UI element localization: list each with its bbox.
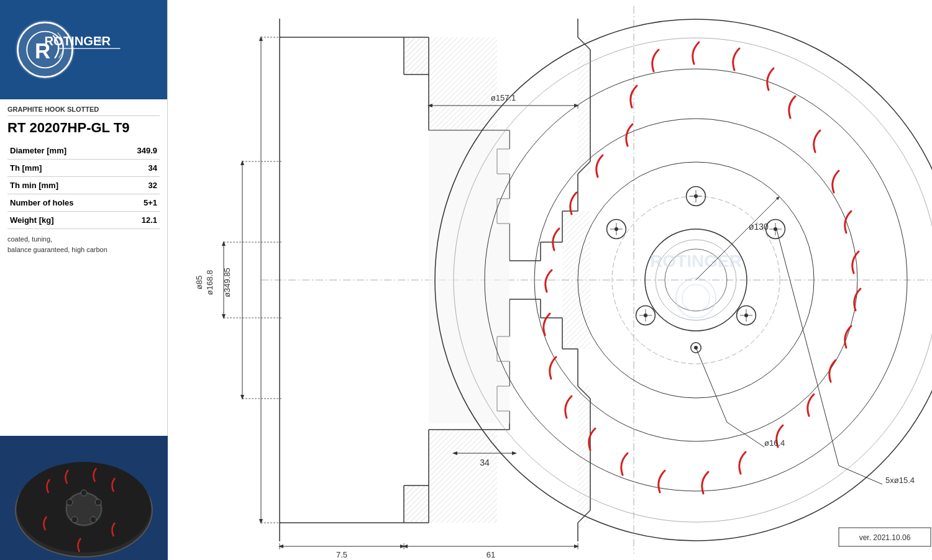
spec-label-thmin: Th min [mm] <box>7 177 91 194</box>
svg-point-15 <box>66 499 73 505</box>
svg-point-16 <box>71 517 78 523</box>
spec-label-weight: Weight [kg] <box>7 212 91 229</box>
svg-rect-78 <box>404 485 429 523</box>
product-type: GRAPHITE HOOK SLOTTED <box>7 106 160 116</box>
svg-text:ø130: ø130 <box>749 222 769 232</box>
svg-text:ø16.4: ø16.4 <box>764 438 785 448</box>
svg-text:®: ® <box>98 37 103 44</box>
disc-photo <box>0 436 168 560</box>
spec-label-diameter: Diameter [mm] <box>7 142 91 160</box>
product-name: RT 20207HP-GL T9 <box>7 120 160 136</box>
specs-table: Diameter [mm] 349.9 Th [mm] 34 Th min [m… <box>7 142 160 229</box>
svg-rect-73 <box>562 211 590 349</box>
spec-label-holes: Number of holes <box>7 194 91 212</box>
svg-text:ROTINGER: ROTINGER <box>650 251 742 271</box>
spec-row-diameter: Diameter [mm] 349.9 <box>7 142 160 160</box>
svg-text:ø168.8: ø168.8 <box>205 270 214 295</box>
specs-area: GRAPHITE HOOK SLOTTED RT 20207HP-GL T9 D… <box>0 99 167 436</box>
spec-value-th: 34 <box>91 160 160 177</box>
svg-text:7.5: 7.5 <box>336 550 347 559</box>
spec-value-thmin: 32 <box>91 177 160 194</box>
svg-rect-74 <box>578 37 590 174</box>
spec-value-holes: 5+1 <box>91 194 160 212</box>
svg-rect-77 <box>404 37 429 75</box>
spec-value-diameter: 349.9 <box>91 142 160 160</box>
spec-row-holes: Number of holes 5+1 <box>7 194 160 212</box>
svg-text:34: 34 <box>480 458 490 467</box>
technical-drawing: ø349.85 ø168.8 ø85 ø157.1 34 7.5 61 <box>168 0 932 560</box>
svg-rect-76 <box>429 130 509 423</box>
spec-row-th: Th [mm] 34 <box>7 160 160 177</box>
svg-point-14 <box>95 499 101 505</box>
spec-value-weight: 12.1 <box>91 212 160 229</box>
svg-text:61: 61 <box>487 550 495 559</box>
logo-area: R ROTINGER ® <box>0 0 167 99</box>
spec-label-th: Th [mm] <box>7 160 91 177</box>
svg-point-13 <box>81 490 87 496</box>
svg-text:ver. 2021.10.06: ver. 2021.10.06 <box>859 533 911 542</box>
spec-row-weight: Weight [kg] 12.1 <box>7 212 160 229</box>
specs-note: coated, tuning,balance guaranteed, high … <box>7 234 160 255</box>
svg-text:5xø15.4: 5xø15.4 <box>885 476 915 485</box>
svg-rect-75 <box>578 386 590 523</box>
svg-point-17 <box>90 517 96 523</box>
svg-point-11 <box>65 492 103 526</box>
drawing-area: ø349.85 ø168.8 ø85 ø157.1 34 7.5 61 <box>168 0 932 560</box>
left-panel: R ROTINGER ® GRAPHITE HOOK SLOTTED RT 20… <box>0 0 168 560</box>
svg-rect-72 <box>429 430 497 523</box>
spec-row-thmin: Th min [mm] 32 <box>7 177 160 194</box>
svg-rect-71 <box>429 37 497 130</box>
svg-text:ø85: ø85 <box>194 276 204 289</box>
